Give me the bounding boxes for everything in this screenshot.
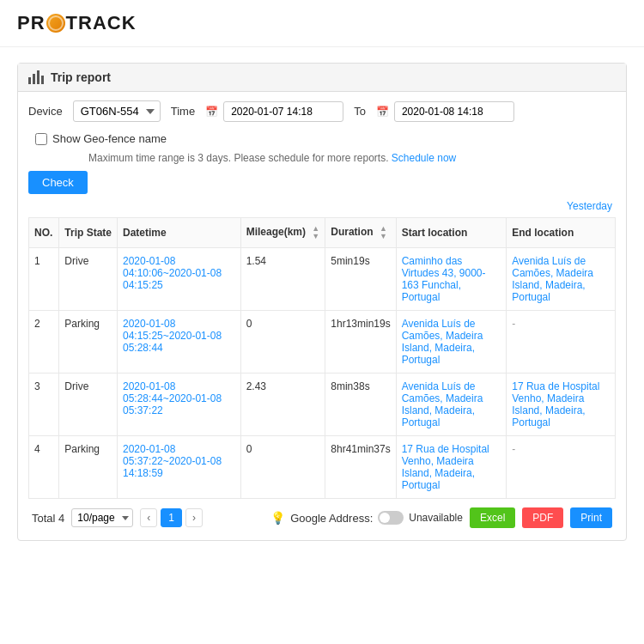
device-label: Device <box>28 105 63 118</box>
panel-title: Trip report <box>51 70 111 84</box>
header: PR TRACK <box>0 0 644 47</box>
calendar-from-icon: 📅 <box>205 106 218 118</box>
logo-icon <box>46 14 65 33</box>
mileage-sort-icon[interactable]: ▲▼ <box>312 225 319 240</box>
yesterday-row: Yesterday <box>28 194 616 214</box>
geo-fence-checkbox[interactable] <box>35 133 47 145</box>
page-1-button[interactable]: 1 <box>161 508 182 527</box>
dash-indicator: - <box>512 443 515 455</box>
cell-start-location[interactable]: Avenida Luís de Camões, Madeira Island, … <box>396 311 507 374</box>
geo-fence-label: Show Geo-fence name <box>52 132 167 145</box>
prev-page-button[interactable]: ‹ <box>140 508 157 527</box>
cell-datetime[interactable]: 2020-01-08 04:15:25~2020-01-08 05:28:44 <box>118 311 241 374</box>
footer-left: Total 4 10/page 20/page 50/page ‹ 1 › <box>32 508 203 527</box>
schedule-link[interactable]: Schedule now <box>392 152 456 164</box>
table-body: 1Drive2020-01-08 04:10:06~2020-01-08 04:… <box>29 248 616 499</box>
cell-start-location[interactable]: Caminho das Virtudes 43, 9000-163 Funcha… <box>396 248 507 311</box>
total-count: Total 4 <box>32 512 64 525</box>
cell-duration: 8min38s <box>325 374 396 436</box>
main-content: Trip report Device GT06N-554 Time 📅 To 📅 <box>0 47 644 550</box>
cell-mileage: 1.54 <box>240 248 325 311</box>
table-row: 4Parking2020-01-08 05:37:22~2020-01-08 1… <box>29 436 616 499</box>
table-footer: Total 4 10/page 20/page 50/page ‹ 1 › 💡 <box>28 499 616 532</box>
end-location-link[interactable]: Avenida Luís de Camões, Madeira Island, … <box>512 255 593 303</box>
col-mileage: Mileage(km) ▲▼ <box>240 218 325 248</box>
per-page-select[interactable]: 10/page 20/page 50/page <box>71 508 133 527</box>
duration-sort-icon[interactable]: ▲▼ <box>380 225 387 240</box>
cell-duration: 1hr13min19s <box>325 311 396 374</box>
table-row: 2Parking2020-01-08 04:15:25~2020-01-08 0… <box>29 311 616 374</box>
to-label: To <box>354 105 366 118</box>
print-button[interactable]: Print <box>570 507 612 528</box>
trip-report-panel: Trip report Device GT06N-554 Time 📅 To 📅 <box>17 63 627 541</box>
panel-header: Trip report <box>18 64 626 92</box>
cell-datetime[interactable]: 2020-01-08 04:10:06~2020-01-08 04:15:25 <box>118 248 241 311</box>
logo-text-after: TRACK <box>66 12 137 34</box>
cell-start-location[interactable]: 17 Rua de Hospital Venho, Madeira Island… <box>396 436 507 499</box>
col-end-location: End location <box>507 218 616 248</box>
cell-datetime[interactable]: 2020-01-08 05:28:44~2020-01-08 05:37:22 <box>118 374 241 436</box>
bar-chart-icon <box>28 70 44 84</box>
cell-trip-state: Drive <box>59 374 118 436</box>
google-address-switch[interactable] <box>378 511 404 525</box>
panel-body: Device GT06N-554 Time 📅 To 📅 Show Geo-fe… <box>18 92 626 540</box>
footer-right: 💡 Google Address: Unavailable Excel PDF … <box>270 507 612 528</box>
cell-no: 2 <box>29 311 59 374</box>
start-location-link[interactable]: 17 Rua de Hospital Venho, Madeira Island… <box>402 443 489 491</box>
cell-duration: 5min19s <box>325 248 396 311</box>
datetime-link[interactable]: 2020-01-08 04:10:06~2020-01-08 04:15:25 <box>123 255 222 291</box>
yesterday-link[interactable]: Yesterday <box>567 200 612 212</box>
time-to-wrap: 📅 <box>376 101 514 122</box>
start-location-link[interactable]: Caminho das Virtudes 43, 9000-163 Funcha… <box>402 255 486 303</box>
cell-no: 4 <box>29 436 59 499</box>
cell-datetime[interactable]: 2020-01-08 05:37:22~2020-01-08 14:18:59 <box>118 436 241 499</box>
start-location-link[interactable]: Avenida Luís de Camões, Madeira Island, … <box>402 318 483 366</box>
google-address-label: Google Address: <box>290 512 373 525</box>
cell-mileage: 0 <box>240 311 325 374</box>
cell-end-location[interactable]: 17 Rua de Hospital Venho, Madeira Island… <box>507 374 616 436</box>
time-from-wrap: 📅 <box>205 101 343 122</box>
controls-row: Device GT06N-554 Time 📅 To 📅 Show Geo-fe… <box>28 100 616 145</box>
cell-no: 3 <box>29 374 59 436</box>
table-row: 1Drive2020-01-08 04:10:06~2020-01-08 04:… <box>29 248 616 311</box>
logo: PR TRACK <box>17 12 137 34</box>
logo-text-before: PR <box>17 12 46 34</box>
bulb-icon: 💡 <box>270 511 285 525</box>
table-row: 3Drive2020-01-08 05:28:44~2020-01-08 05:… <box>29 374 616 436</box>
start-location-link[interactable]: Avenida Luís de Camões, Madeira Island, … <box>402 380 483 428</box>
datetime-link[interactable]: 2020-01-08 05:28:44~2020-01-08 05:37:22 <box>123 380 222 416</box>
cell-end-location[interactable]: Avenida Luís de Camões, Madeira Island, … <box>507 248 616 311</box>
datetime-link[interactable]: 2020-01-08 05:37:22~2020-01-08 14:18:59 <box>123 443 222 479</box>
time-label: Time <box>171 105 195 118</box>
cell-mileage: 2.43 <box>240 374 325 436</box>
time-from-input[interactable] <box>223 101 343 122</box>
cell-end-location: - <box>507 436 616 499</box>
cell-no: 1 <box>29 248 59 311</box>
dash-indicator: - <box>512 318 515 330</box>
google-address-toggle: 💡 Google Address: Unavailable <box>270 511 463 525</box>
geo-fence-wrap: Show Geo-fence name <box>35 132 167 145</box>
unavailable-label: Unavailable <box>409 512 463 524</box>
device-select[interactable]: GT06N-554 <box>73 100 161 122</box>
end-location-link[interactable]: 17 Rua de Hospital Venho, Madeira Island… <box>512 380 599 428</box>
excel-button[interactable]: Excel <box>470 507 515 528</box>
info-row: Maximum time range is 3 days. Please sch… <box>88 150 616 166</box>
pagination: ‹ 1 › <box>140 508 203 527</box>
cell-trip-state: Parking <box>59 311 118 374</box>
check-button[interactable]: Check <box>28 171 88 194</box>
cell-start-location[interactable]: Avenida Luís de Camões, Madeira Island, … <box>396 374 507 436</box>
cell-end-location: - <box>507 311 616 374</box>
cell-mileage: 0 <box>240 436 325 499</box>
table-header: NO. Trip State Datetime Mileage(km) ▲▼ D… <box>29 218 616 248</box>
col-trip-state: Trip State <box>59 218 118 248</box>
next-page-button[interactable]: › <box>185 508 203 527</box>
calendar-to-icon: 📅 <box>376 106 389 118</box>
col-duration: Duration ▲▼ <box>325 218 396 248</box>
col-no: NO. <box>29 218 59 248</box>
pdf-button[interactable]: PDF <box>522 507 563 528</box>
cell-duration: 8hr41min37s <box>325 436 396 499</box>
datetime-link[interactable]: 2020-01-08 04:15:25~2020-01-08 05:28:44 <box>123 318 222 354</box>
cell-trip-state: Parking <box>59 436 118 499</box>
time-to-input[interactable] <box>394 101 514 122</box>
col-datetime: Datetime <box>118 218 241 248</box>
